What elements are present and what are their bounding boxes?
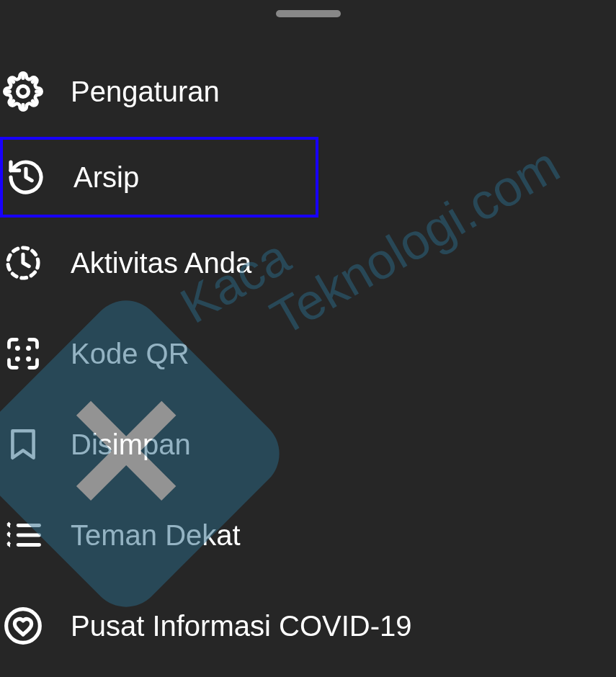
menu-item-label: Pusat Informasi COVID-19 — [71, 610, 412, 642]
qr-icon — [1, 332, 45, 375]
svg-point-16 — [6, 609, 40, 643]
menu-item-label: Pengaturan — [71, 76, 220, 108]
svg-point-5 — [15, 357, 20, 362]
menu-list: Pengaturan Arsip Aktivitas Anda — [0, 46, 616, 671]
svg-point-6 — [26, 357, 31, 362]
history-icon — [4, 156, 48, 199]
bookmark-icon — [1, 423, 45, 466]
drag-handle[interactable] — [276, 10, 341, 17]
menu-item-qrcode[interactable]: Kode QR — [0, 308, 616, 399]
menu-item-close-friends[interactable]: Teman Dekat — [0, 490, 616, 580]
menu-item-activity[interactable]: Aktivitas Anda — [0, 218, 616, 308]
menu-item-label: Kode QR — [71, 338, 189, 370]
svg-point-3 — [15, 346, 20, 351]
menu-item-settings[interactable]: Pengaturan — [0, 46, 616, 137]
gear-icon — [1, 70, 45, 113]
svg-point-4 — [26, 346, 31, 351]
menu-item-label: Arsip — [73, 161, 139, 194]
menu-item-archive[interactable]: Arsip — [0, 137, 318, 218]
menu-item-covid-info[interactable]: Pusat Informasi COVID-19 — [0, 580, 616, 671]
menu-item-label: Teman Dekat — [71, 519, 241, 552]
svg-point-0 — [18, 86, 29, 97]
menu-item-label: Disimpan — [71, 429, 191, 461]
activity-icon — [1, 241, 45, 284]
menu-item-saved[interactable]: Disimpan — [0, 399, 616, 490]
menu-item-label: Aktivitas Anda — [71, 247, 251, 279]
close-friends-icon — [1, 514, 45, 557]
heart-circle-icon — [1, 604, 45, 647]
